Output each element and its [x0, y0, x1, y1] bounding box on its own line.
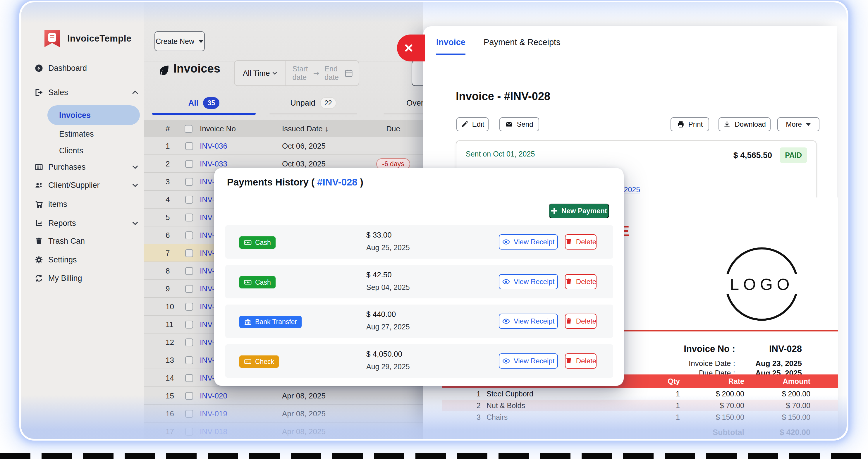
table-row[interactable]: 16INV-019Apr 08, 2025 [144, 405, 423, 423]
row-checkbox[interactable] [185, 160, 193, 168]
method-badge-check: Check [239, 356, 279, 368]
tab-unpaid[interactable]: Unpaid 22 [270, 95, 357, 111]
view-receipt-button[interactable]: View Receipt [499, 314, 558, 329]
sidebar-item-invoices[interactable]: Invoices [21, 108, 144, 123]
create-new-button[interactable]: Create New [154, 31, 205, 51]
sidebar-item-label: items [48, 200, 67, 209]
tab-all[interactable]: All 35 [152, 95, 256, 111]
method-label: Cash [255, 278, 271, 286]
table-row[interactable]: 15INV-020Apr 08, 2025 [144, 387, 423, 405]
row-checkbox[interactable] [185, 267, 193, 275]
new-payment-button[interactable]: New Payment [549, 204, 609, 218]
table-row[interactable]: 17INV-018Apr 08, 2025 [144, 423, 423, 439]
row-checkbox[interactable] [185, 232, 193, 239]
sidebar-item-reports[interactable]: Reports [21, 216, 144, 231]
check-card-icon [244, 358, 252, 365]
row-checkbox[interactable] [185, 249, 193, 257]
download-label: Download [735, 120, 766, 128]
end-date-placeholder: End date [324, 65, 339, 82]
delete-payment-button[interactable]: Delete [565, 354, 596, 369]
row-checkbox[interactable] [185, 178, 193, 186]
row-checkbox[interactable] [185, 285, 193, 293]
delete-label: Delete [576, 317, 596, 325]
invoice-link[interactable]: INV-018 [200, 423, 227, 439]
brand: InvoiceTemple [44, 30, 132, 47]
sidebar-item-estimates[interactable]: Estimates [21, 127, 144, 141]
filter-bar: All Time Start date → End date [234, 60, 359, 86]
edit-button[interactable]: Edit [456, 117, 489, 131]
row-checkbox[interactable] [185, 410, 193, 418]
close-panel-button[interactable] [397, 34, 425, 61]
sidebar-item-client-supplier[interactable]: Client/Supplier [21, 178, 144, 192]
delete-payment-button[interactable]: Delete [565, 234, 596, 249]
col-index[interactable]: # [165, 120, 170, 137]
chevron-up-icon [130, 88, 140, 97]
gear-icon [34, 255, 43, 264]
item-row: 2Nut & Bolds1$ 70.00$ 70.00 [442, 400, 838, 411]
sidebar-item-label: Dashboard [48, 64, 87, 73]
screenshot-stage: InvoiceTemple Dashboard Sales Invoice [0, 0, 868, 459]
tab-payment-receipts[interactable]: Payment & Receipts [484, 37, 561, 55]
invoice-link[interactable]: INV-020 [200, 387, 227, 405]
sidebar-item-settings[interactable]: Settings [21, 252, 144, 267]
eye-icon [502, 357, 510, 365]
download-icon [723, 121, 731, 128]
row-checkbox[interactable] [185, 196, 193, 204]
tab-count-badge: 22 [320, 97, 336, 109]
col-due[interactable]: Due [367, 120, 420, 137]
sidebar-item-my-billing[interactable]: My Billing [21, 271, 144, 285]
row-checkbox[interactable] [185, 320, 193, 329]
select-all-checkbox[interactable] [185, 125, 192, 133]
delete-payment-button[interactable]: Delete [565, 314, 596, 329]
print-label: Print [688, 120, 703, 128]
col-issued-date[interactable]: Issued Date ↓ [282, 120, 329, 137]
purchases-icon [34, 163, 43, 172]
row-checkbox[interactable] [185, 142, 193, 150]
brand-name: InvoiceTemple [67, 33, 132, 44]
sidebar: InvoiceTemple Dashboard Sales Invoice [21, 2, 144, 439]
trash-icon [565, 238, 572, 246]
view-receipt-label: View Receipt [514, 317, 555, 325]
payment-amount: $ 4,050.00 [366, 349, 402, 359]
row-checkbox[interactable] [185, 356, 193, 364]
date-range-input[interactable]: Start date → End date [285, 65, 359, 82]
print-button[interactable]: Print [671, 117, 709, 131]
sidebar-item-sales[interactable]: Sales [21, 85, 144, 100]
sidebar-item-trash-can[interactable]: Trash Can [21, 234, 144, 248]
tab-invoice[interactable]: Invoice [436, 37, 465, 55]
download-button[interactable]: Download [718, 117, 771, 131]
invoice-link[interactable]: INV-036 [200, 137, 227, 155]
row-checkbox[interactable] [185, 214, 193, 221]
create-new-label: Create New [156, 37, 194, 45]
row-checkbox[interactable] [185, 428, 193, 436]
row-checkbox[interactable] [185, 392, 193, 400]
view-receipt-button[interactable]: View Receipt [499, 274, 558, 289]
view-receipt-button[interactable]: View Receipt [499, 234, 558, 249]
send-button[interactable]: Send [499, 117, 539, 131]
modal-title-prefix: Payments History ( [227, 177, 317, 187]
delete-payment-button[interactable]: Delete [565, 274, 596, 289]
sales-icon [34, 88, 43, 97]
sidebar-item-purchases[interactable]: Purchases [21, 160, 144, 174]
invoice-tabs: All 35 Unpaid 22 Overdue [144, 95, 423, 114]
row-checkbox[interactable] [185, 374, 193, 382]
sidebar-item-dashboard[interactable]: Dashboard [21, 61, 144, 75]
trash-icon [565, 278, 572, 285]
time-range-select[interactable]: All Time [235, 61, 285, 85]
col-invoice-no[interactable]: Invoice No [200, 120, 236, 137]
sidebar-item-clients[interactable]: Clients [21, 143, 144, 158]
sent-line: Sent on Oct 01, 2025 [466, 150, 535, 158]
new-payment-label: New Payment [561, 207, 607, 215]
sidebar-item-items[interactable]: items [21, 197, 144, 212]
col-select-all[interactable] [185, 120, 192, 137]
printer-icon [677, 121, 685, 128]
row-checkbox[interactable] [185, 303, 193, 311]
more-button[interactable]: More [777, 117, 819, 131]
app-window: InvoiceTemple Dashboard Sales Invoice [21, 2, 847, 439]
invoice-link[interactable]: INV-019 [200, 405, 227, 423]
view-receipt-button[interactable]: View Receipt [499, 354, 558, 369]
sort-desc-icon: ↓ [325, 124, 329, 133]
table-row[interactable]: 1INV-036Oct 06, 2025 [144, 137, 423, 155]
delete-label: Delete [576, 238, 596, 246]
row-checkbox[interactable] [185, 338, 193, 346]
